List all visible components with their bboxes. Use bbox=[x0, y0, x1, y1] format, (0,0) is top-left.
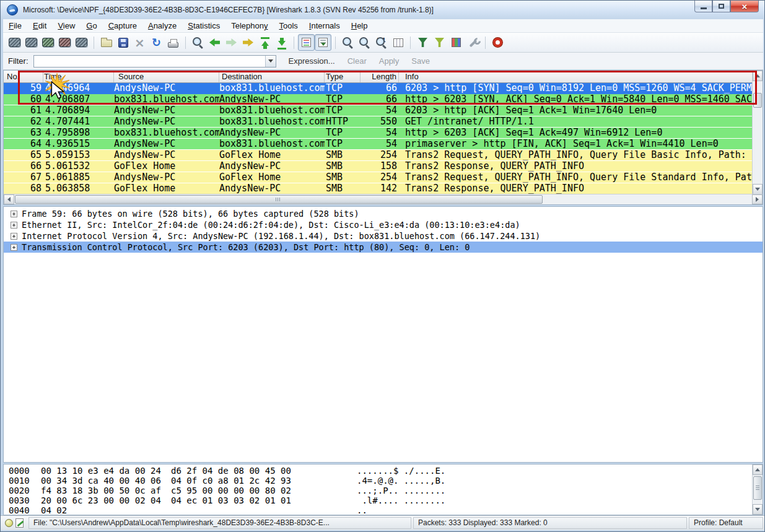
save-button[interactable]: Save bbox=[405, 55, 436, 68]
capture-options-button[interactable] bbox=[23, 34, 40, 51]
scroll-down-button[interactable] bbox=[753, 504, 763, 515]
menu-help[interactable]: Help bbox=[346, 20, 374, 32]
open-button[interactable] bbox=[98, 34, 115, 51]
hex-vscrollbar[interactable] bbox=[752, 464, 763, 515]
cell-info: 6203 > http [SYN] Seq=0 Win=8192 Len=0 M… bbox=[399, 83, 763, 94]
resize-columns-button[interactable] bbox=[390, 34, 406, 51]
menu-edit[interactable]: Edit bbox=[27, 20, 52, 32]
packet-row-61[interactable]: 614.706894AndysNew-PCbox831.bluehost.com… bbox=[4, 105, 763, 116]
filter-dropdown-button[interactable] bbox=[265, 56, 276, 67]
find-button[interactable] bbox=[190, 34, 206, 51]
zoom-100-button[interactable]: 1:1 bbox=[373, 34, 390, 51]
menu-internals[interactable]: Internals bbox=[304, 20, 346, 32]
go-forward-button[interactable] bbox=[223, 34, 240, 51]
scroll-thumb[interactable] bbox=[753, 476, 762, 500]
menu-analyze[interactable]: Analyze bbox=[142, 20, 182, 32]
scroll-thumb[interactable] bbox=[753, 93, 762, 108]
detail-row-ip[interactable]: Internet Protocol Version 4, Src: AndysN… bbox=[4, 230, 763, 242]
menu-telephony[interactable]: Telephony bbox=[225, 20, 273, 32]
column-header-time[interactable]: Time bbox=[43, 71, 114, 82]
cell-info: GET /intranet/ HTTP/1.1 bbox=[399, 116, 763, 127]
restore-button[interactable] bbox=[712, 1, 730, 12]
wireshark-app-icon bbox=[7, 4, 18, 15]
colorize-button[interactable] bbox=[298, 34, 315, 51]
menu-statistics[interactable]: Statistics bbox=[182, 20, 225, 32]
capture-restart-icon bbox=[76, 38, 87, 47]
cell-time: 4.936515 bbox=[43, 139, 114, 149]
capture-restart-button[interactable] bbox=[73, 34, 90, 51]
detail-row-tcp[interactable]: Transmission Control Protocol, Src Port:… bbox=[4, 242, 763, 253]
menu-file[interactable]: File bbox=[3, 20, 27, 32]
menu-go[interactable]: Go bbox=[81, 20, 102, 32]
scroll-down-button[interactable] bbox=[753, 184, 763, 194]
go-to-button[interactable] bbox=[240, 34, 256, 51]
column-header-type[interactable]: Type bbox=[325, 71, 361, 82]
menu-capture[interactable]: Capture bbox=[103, 20, 142, 32]
packet-row-63[interactable]: 634.795898box831.bluehost.comAndysNew-PC… bbox=[4, 128, 763, 139]
column-header-source[interactable]: Source bbox=[114, 71, 219, 82]
preferences-button[interactable] bbox=[465, 34, 481, 51]
print-button[interactable] bbox=[165, 34, 181, 51]
detail-row-frame[interactable]: Frame 59: 66 bytes on wire (528 bits), 6… bbox=[4, 208, 763, 219]
scroll-up-button[interactable] bbox=[753, 71, 763, 81]
zoom-out-button[interactable]: − bbox=[356, 34, 373, 51]
expander-icon[interactable] bbox=[11, 211, 17, 217]
save-button[interactable] bbox=[115, 34, 131, 51]
expander-icon[interactable] bbox=[11, 222, 17, 229]
packet-list-hscrollbar[interactable] bbox=[4, 194, 763, 204]
expander-icon[interactable] bbox=[11, 233, 17, 240]
go-top-button[interactable] bbox=[256, 34, 273, 51]
cell-time: 4.706807 bbox=[43, 94, 114, 105]
print-icon bbox=[168, 42, 178, 48]
packet-list-vscrollbar[interactable] bbox=[752, 71, 763, 194]
scroll-left-button[interactable] bbox=[4, 194, 14, 204]
zoom-in-button[interactable]: + bbox=[339, 34, 356, 51]
column-header-info[interactable]: Info bbox=[399, 71, 763, 82]
auto-scroll-button[interactable] bbox=[315, 34, 331, 51]
packet-row-66[interactable]: 665.061532GoFlex HomeAndysNew-PCSMB158Tr… bbox=[4, 161, 763, 172]
capture-start-button[interactable] bbox=[40, 34, 56, 51]
hex-bytes: 20 00 6c 23 00 00 02 04 bbox=[41, 495, 171, 505]
capture-filter-button[interactable] bbox=[414, 34, 431, 51]
column-header-length[interactable]: Length bbox=[361, 71, 399, 82]
scroll-up-button[interactable] bbox=[753, 464, 763, 475]
coloring-rules-button[interactable] bbox=[448, 34, 465, 51]
display-filter-button[interactable] bbox=[431, 34, 448, 51]
cell-time: 4.707441 bbox=[43, 116, 114, 127]
menu-view[interactable]: View bbox=[52, 20, 81, 32]
hex-bytes: 00 34 3d ca 40 00 40 06 bbox=[41, 476, 171, 486]
packet-row-68[interactable]: 685.063858GoFlex HomeAndysNew-PCSMB142Tr… bbox=[4, 183, 763, 194]
help-button[interactable] bbox=[489, 34, 506, 51]
close-button[interactable]: × bbox=[131, 34, 148, 51]
expert-info-icon[interactable] bbox=[5, 519, 13, 527]
interfaces-button[interactable] bbox=[6, 34, 23, 51]
go-back-button[interactable] bbox=[206, 34, 223, 51]
packet-row-59[interactable]: 594.646964AndysNew-PCbox831.bluehost.com… bbox=[4, 83, 763, 94]
clear-button[interactable]: Clear bbox=[341, 55, 373, 68]
detail-text: Ethernet II, Src: IntelCor_2f:04:de (00:… bbox=[22, 220, 520, 230]
detail-row-ethernet[interactable]: Ethernet II, Src: IntelCor_2f:04:de (00:… bbox=[4, 219, 763, 230]
packet-row-60[interactable]: 604.706807box831.bluehost.comAndysNew-PC… bbox=[4, 94, 763, 105]
minimize-button[interactable] bbox=[694, 1, 712, 12]
cell-no: 67 bbox=[4, 172, 43, 183]
capture-comment-icon[interactable] bbox=[15, 518, 24, 528]
menu-tools[interactable]: Tools bbox=[274, 20, 304, 32]
scroll-thumb[interactable] bbox=[15, 195, 543, 204]
expander-icon[interactable] bbox=[11, 244, 17, 251]
reload-button[interactable]: ↻ bbox=[148, 34, 165, 51]
column-header-no[interactable]: No. bbox=[4, 71, 43, 82]
apply-button[interactable]: Apply bbox=[373, 55, 406, 68]
packet-row-62[interactable]: 624.707441AndysNew-PCbox831.bluehost.com… bbox=[4, 116, 763, 128]
close-button[interactable]: × bbox=[730, 1, 759, 12]
expression-button[interactable]: Expression... bbox=[282, 55, 341, 68]
packet-row-64[interactable]: 644.936515AndysNew-PCbox831.bluehost.com… bbox=[4, 139, 763, 150]
filter-input[interactable] bbox=[34, 56, 265, 66]
packet-row-67[interactable]: 675.061885AndysNew-PCGoFlex HomeSMB254Tr… bbox=[4, 172, 763, 183]
column-header-destination[interactable]: Destination bbox=[219, 71, 325, 82]
status-packets: Packets: 333 Displayed: 333 Marked: 0 bbox=[413, 517, 687, 529]
cell-destination: GoFlex Home bbox=[219, 172, 325, 183]
capture-stop-button[interactable] bbox=[56, 34, 73, 51]
go-bottom-button[interactable] bbox=[273, 34, 290, 51]
packet-row-65[interactable]: 655.059153AndysNew-PCGoFlex HomeSMB254Tr… bbox=[4, 150, 763, 161]
scroll-right-button[interactable] bbox=[752, 194, 763, 204]
